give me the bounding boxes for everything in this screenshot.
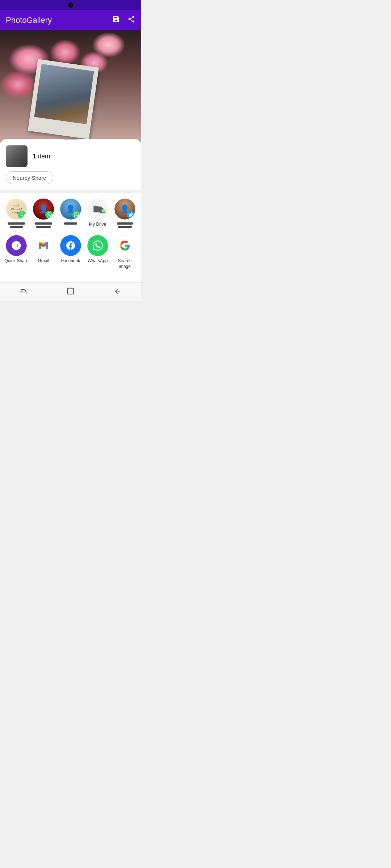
gmail-icon-bg — [33, 235, 54, 256]
contact-dipu[interactable]: 👤 — [58, 199, 83, 228]
share-bottom-sheet: 1 item Nearby Share মানেইChandalMager — [0, 139, 141, 282]
app-facebook[interactable]: Facebook — [58, 235, 83, 269]
mydrive-icon-bg — [87, 199, 108, 220]
quickshare-label: Quick Share — [4, 258, 28, 264]
apps-row: Quick Share Gmail — [3, 235, 138, 269]
censor-bar-6 — [117, 222, 133, 225]
gmail-icon-wrap — [33, 235, 54, 256]
robert-label — [35, 222, 52, 228]
contact-dipu-avatar: 👤 — [60, 199, 81, 220]
app-bar-actions — [112, 15, 135, 25]
contact-robert-avatar: 👤 — [33, 199, 54, 220]
contact-chandal[interactable]: মানেইChandalMager — [4, 199, 29, 228]
whatsapp-badge-robert — [45, 211, 53, 219]
sheet-handle — [63, 139, 78, 140]
save-icon[interactable] — [112, 15, 120, 25]
quickshare-icon-bg — [6, 235, 27, 256]
photo-display — [0, 30, 141, 142]
contact-jason-avatar: 👤 — [114, 199, 135, 220]
searchimage-icon-wrap — [114, 235, 135, 256]
jason-label — [117, 222, 133, 228]
polaroid-photo — [28, 59, 99, 139]
item-count-label: 1 item — [33, 153, 50, 160]
quickshare-icon-wrap — [6, 235, 27, 256]
facebook-icon-svg — [66, 241, 75, 251]
facebook-icon-wrap — [60, 235, 81, 256]
app-bar: PhotoGallery — [0, 10, 141, 30]
app-mydrive[interactable]: My Drive — [85, 199, 110, 228]
drive-badge — [100, 205, 105, 216]
selected-item-thumbnail — [6, 145, 28, 167]
whatsapp-icon-bg — [87, 235, 108, 256]
gmail-label: Gmail — [38, 258, 49, 264]
app-title: PhotoGallery — [6, 16, 112, 25]
app-searchimage[interactable]: Search image — [112, 235, 138, 269]
contacts-row: মানেইChandalMager 👤 — [3, 199, 138, 228]
whatsapp-icon-svg — [93, 241, 103, 251]
censor-bar-7 — [118, 226, 132, 228]
mydrive-label: My Drive — [89, 222, 106, 227]
mydrive-icon-wrap — [87, 199, 108, 220]
facebook-label: Facebook — [61, 258, 80, 264]
sheet-header: 1 item — [0, 145, 141, 171]
searchimage-icon-bg — [114, 235, 135, 256]
censor-bar-3 — [35, 222, 52, 225]
app-gmail[interactable]: Gmail — [31, 235, 56, 269]
navigation-bar — [0, 282, 141, 301]
censor-bar-1 — [8, 222, 25, 225]
share-icon[interactable] — [127, 15, 135, 25]
quickshare-icon-svg — [11, 240, 22, 251]
polaroid-inner-image — [34, 64, 94, 124]
facebook-icon-bg — [60, 235, 81, 256]
censor-bar-2 — [10, 226, 23, 228]
nav-home-icon[interactable] — [64, 284, 77, 300]
whatsapp-badge-chandal — [18, 211, 26, 219]
twitter-badge-jason — [127, 211, 135, 219]
chandal-label — [8, 222, 25, 228]
censor-bar-5 — [64, 222, 77, 225]
whatsapp-icon-wrap — [87, 235, 108, 256]
status-bar — [0, 0, 141, 10]
app-quickshare[interactable]: Quick Share — [4, 235, 29, 269]
censor-bar-4 — [36, 226, 51, 228]
apps-section: মানেইChandalMager 👤 — [0, 193, 141, 282]
searchimage-label: Search image — [112, 258, 138, 269]
nav-menu-icon[interactable] — [17, 284, 30, 300]
dipu-label — [64, 222, 77, 225]
app-whatsapp[interactable]: WhatsApp — [85, 235, 110, 269]
contact-chandal-avatar: মানেইChandalMager — [6, 199, 27, 220]
section-divider — [0, 190, 141, 193]
contact-robert[interactable]: 👤 — [31, 199, 56, 228]
google-icon-svg — [119, 240, 130, 251]
svg-rect-0 — [68, 288, 74, 294]
contact-jason[interactable]: 👤 — [112, 199, 138, 228]
nav-back-icon[interactable] — [111, 284, 125, 300]
mydrive-folder-inner — [92, 204, 103, 214]
whatsapp-badge-dipu — [72, 211, 80, 219]
nearby-share-button[interactable]: Nearby Share — [6, 171, 53, 184]
camera-notch — [68, 3, 73, 8]
gmail-icon-svg — [38, 241, 49, 250]
whatsapp-label: WhatsApp — [88, 258, 108, 264]
